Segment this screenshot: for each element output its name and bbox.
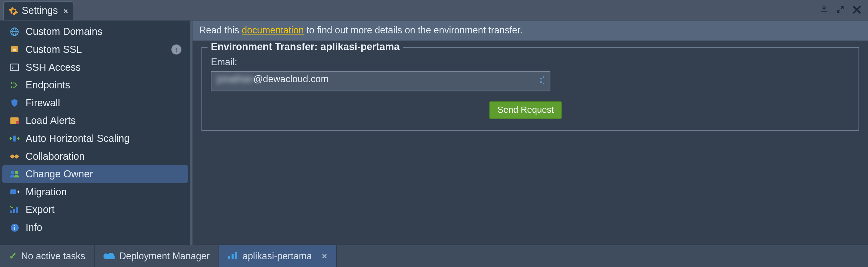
terminal-icon xyxy=(9,62,20,73)
sidebar-item-label: Info xyxy=(26,222,42,233)
tab-settings[interactable]: Settings × xyxy=(3,1,74,20)
sidebar-item-label: Collaboration xyxy=(26,151,85,162)
svg-point-11 xyxy=(11,171,14,174)
svg-rect-22 xyxy=(540,81,542,83)
owner-icon xyxy=(9,168,20,179)
shield-icon xyxy=(9,97,20,108)
handshake-icon xyxy=(9,151,20,162)
email-row: Email: jonathan@dewacloud.com Send Reque… xyxy=(211,57,849,119)
documentation-link[interactable]: documentation xyxy=(242,25,304,36)
close-env-tab-icon[interactable]: × xyxy=(322,251,327,261)
sidebar-item-label: Export xyxy=(26,204,55,216)
check-icon: ✓ xyxy=(9,250,17,262)
download-icon[interactable] xyxy=(819,4,829,16)
tab-strip: Settings × ✕ xyxy=(0,0,868,20)
sidebar-item-label: Change Owner xyxy=(26,168,93,180)
status-env-tab[interactable]: aplikasi-pertama × xyxy=(219,245,337,267)
sidebar-item-load-alerts[interactable]: Load Alerts xyxy=(2,112,188,130)
sidebar-item-change-owner[interactable]: Change Owner xyxy=(2,165,188,183)
scaling-icon xyxy=(9,133,20,144)
fieldset-legend: Environment Transfer: aplikasi-pertama xyxy=(208,41,403,53)
deployment-label: Deployment Manager xyxy=(119,251,210,262)
svg-rect-3 xyxy=(13,49,16,51)
svg-rect-23 xyxy=(543,83,545,85)
svg-rect-5 xyxy=(11,64,18,70)
sidebar-item-export[interactable]: Export xyxy=(2,201,188,219)
upgrade-badge-icon[interactable]: ↑ xyxy=(171,44,181,55)
svg-rect-14 xyxy=(10,210,12,213)
svg-point-12 xyxy=(15,171,18,174)
expand-icon[interactable] xyxy=(836,4,845,16)
sidebar-item-ssh-access[interactable]: SSH Access xyxy=(2,58,188,76)
tab-title: Settings xyxy=(22,5,58,17)
svg-point-7 xyxy=(11,86,12,88)
tasks-label: No active tasks xyxy=(21,251,85,262)
endpoints-icon xyxy=(9,79,20,91)
svg-rect-26 xyxy=(235,252,237,259)
status-deployment-manager[interactable]: Deployment Manager xyxy=(95,245,219,267)
alert-icon xyxy=(9,115,20,126)
env-icon xyxy=(228,251,238,262)
sidebar-item-custom-ssl[interactable]: Custom SSL↑ xyxy=(2,40,188,58)
svg-rect-19 xyxy=(14,225,15,226)
sidebar-item-label: Load Alerts xyxy=(26,115,76,127)
email-masked-part: jonathan xyxy=(217,74,253,85)
export-icon xyxy=(9,204,20,215)
svg-rect-10 xyxy=(13,136,16,141)
send-request-button[interactable]: Send Request xyxy=(489,101,562,119)
svg-rect-20 xyxy=(540,78,542,79)
sidebar-item-endpoints[interactable]: Endpoints xyxy=(2,76,188,94)
main-panel: Read this documentation to find out more… xyxy=(193,21,868,245)
svg-point-6 xyxy=(11,82,12,84)
svg-rect-25 xyxy=(231,254,234,259)
sidebar-item-label: SSH Access xyxy=(26,62,81,73)
clear-input-icon[interactable] xyxy=(540,76,545,86)
email-label: Email: xyxy=(211,57,849,68)
sidebar-item-label: Auto Horizontal Scaling xyxy=(26,133,130,144)
sidebar-item-label: Custom Domains xyxy=(26,26,102,38)
status-tasks[interactable]: ✓ No active tasks xyxy=(0,245,95,267)
app-window: Settings × ✕ Custom DomainsCustom SSL↑SS… xyxy=(0,0,868,267)
info-banner: Read this documentation to find out more… xyxy=(193,21,868,41)
sidebar-item-collaboration[interactable]: Collaboration xyxy=(2,147,188,165)
sidebar-item-firewall[interactable]: Firewall xyxy=(2,94,188,112)
close-icon[interactable]: × xyxy=(63,6,68,15)
sidebar-item-info[interactable]: Info xyxy=(2,219,188,236)
email-visible-part: @dewacloud.com xyxy=(253,74,329,85)
close-window-icon[interactable]: ✕ xyxy=(851,2,862,18)
svg-rect-24 xyxy=(228,256,230,259)
sidebar-item-label: Custom SSL xyxy=(26,43,82,55)
cloud-icon xyxy=(103,251,115,262)
svg-rect-16 xyxy=(16,207,18,213)
svg-rect-21 xyxy=(543,76,545,78)
body-split: Custom DomainsCustom SSL↑SSH AccessEndpo… xyxy=(0,20,868,245)
sidebar-item-label: Endpoints xyxy=(26,79,70,91)
sidebar-item-migration[interactable]: Migration xyxy=(2,183,188,201)
env-tab-label: aplikasi-pertama xyxy=(242,251,312,262)
sidebar-item-custom-domains[interactable]: Custom Domains xyxy=(2,23,188,41)
sidebar-item-label: Migration xyxy=(26,186,67,198)
email-field[interactable]: jonathan@dewacloud.com xyxy=(211,71,550,91)
svg-rect-18 xyxy=(14,227,15,230)
environment-transfer-fieldset: Environment Transfer: aplikasi-pertama E… xyxy=(202,47,859,131)
gear-icon xyxy=(8,6,18,16)
status-bar: ✓ No active tasks Deployment Manager apl… xyxy=(0,245,868,267)
banner-text-suffix: to find out more details on the environm… xyxy=(304,25,523,36)
svg-rect-13 xyxy=(10,190,16,194)
svg-rect-9 xyxy=(16,121,19,124)
sidebar-item-label: Firewall xyxy=(26,97,60,109)
svg-rect-15 xyxy=(13,209,15,213)
sidebar-item-auto-horizontal-scaling[interactable]: Auto Horizontal Scaling xyxy=(2,130,188,147)
info-icon xyxy=(9,222,20,233)
globe-icon xyxy=(9,26,20,37)
settings-sidebar: Custom DomainsCustom SSL↑SSH AccessEndpo… xyxy=(0,21,193,245)
window-controls: ✕ xyxy=(819,0,868,20)
ssl-icon xyxy=(9,44,20,55)
banner-text-prefix: Read this xyxy=(199,25,242,36)
migration-icon xyxy=(9,186,20,197)
